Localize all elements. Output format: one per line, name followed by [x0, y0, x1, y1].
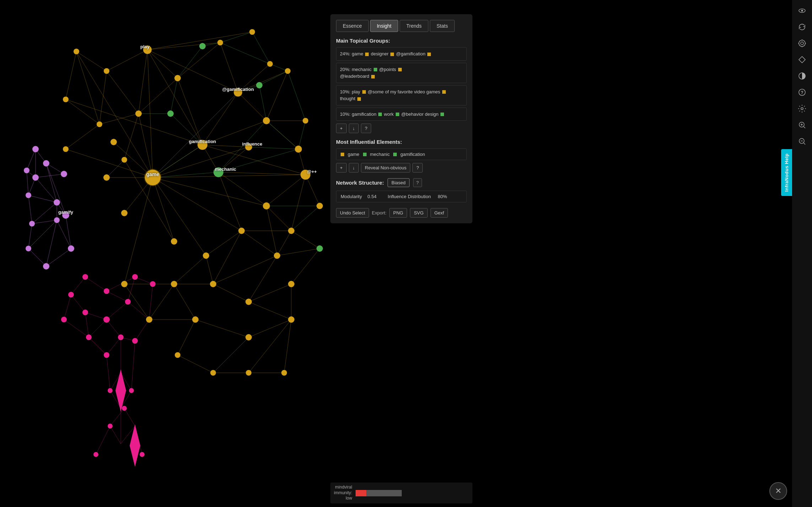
- node-g2[interactable]: [199, 43, 206, 49]
- influential-add-btn[interactable]: +: [336, 163, 347, 173]
- zoom-out-icon-btn[interactable]: [795, 134, 809, 148]
- network-help-btn[interactable]: ?: [413, 178, 422, 187]
- target-icon-btn[interactable]: [795, 36, 809, 50]
- node-p5[interactable]: [24, 168, 29, 173]
- node-y6[interactable]: [121, 210, 128, 216]
- node-p8[interactable]: [29, 221, 35, 227]
- network-graph[interactable]: play @gamification gamification influenc…: [0, 0, 330, 507]
- tab-stats[interactable]: Stats: [430, 20, 455, 32]
- node-p2[interactable]: [43, 160, 49, 167]
- export-png-btn[interactable]: PNG: [389, 208, 407, 218]
- node-p4[interactable]: [32, 174, 39, 181]
- node-p3[interactable]: [61, 171, 67, 177]
- node-y17[interactable]: [217, 40, 223, 45]
- export-gexf-btn[interactable]: Gexf: [431, 208, 448, 218]
- node-y28[interactable]: [288, 316, 294, 323]
- node-pk19[interactable]: [140, 452, 145, 457]
- eye-icon-btn[interactable]: [795, 4, 809, 18]
- node-y39[interactable]: [175, 352, 180, 358]
- node-y16[interactable]: [121, 157, 127, 163]
- node-pk5[interactable]: [132, 274, 138, 280]
- node-y26[interactable]: [274, 252, 280, 259]
- node-pk8[interactable]: [104, 352, 109, 358]
- node-y21[interactable]: [303, 118, 308, 124]
- node-y19[interactable]: [285, 68, 291, 74]
- node-p10[interactable]: [26, 246, 31, 251]
- node-y9[interactable]: [135, 110, 142, 117]
- node-pk14[interactable]: [108, 388, 113, 393]
- node-pk16[interactable]: [122, 406, 127, 411]
- help-icon-btn[interactable]: ?: [795, 85, 809, 99]
- node-y15[interactable]: [63, 146, 69, 152]
- node-p6[interactable]: [26, 192, 31, 198]
- node-y29[interactable]: [245, 299, 252, 305]
- node-p7[interactable]: [54, 199, 60, 206]
- node-y2[interactable]: [263, 202, 270, 209]
- node-y36[interactable]: [246, 370, 251, 376]
- node-g4[interactable]: [316, 245, 323, 252]
- node-g3[interactable]: [167, 110, 174, 117]
- node-y38[interactable]: [281, 370, 287, 376]
- node-pk1[interactable]: [103, 316, 110, 323]
- node-y34[interactable]: [192, 316, 199, 323]
- topic-group-3[interactable]: 10%: play @some of my favorite video gam…: [336, 85, 467, 105]
- node-y13[interactable]: [97, 121, 102, 127]
- influential-download-btn[interactable]: ↓: [349, 163, 359, 173]
- node-y30[interactable]: [210, 281, 216, 287]
- node-pk13[interactable]: [61, 317, 67, 322]
- node-y22[interactable]: [295, 146, 302, 153]
- node-y27[interactable]: [288, 281, 294, 287]
- node-y10[interactable]: [174, 75, 181, 81]
- tab-trends[interactable]: Trends: [400, 20, 428, 32]
- node-y12[interactable]: [74, 49, 79, 54]
- group-help-btn[interactable]: ?: [361, 124, 371, 133]
- diamond-icon-btn[interactable]: [795, 53, 809, 67]
- node-pk18[interactable]: [93, 452, 98, 457]
- node-p1[interactable]: [32, 146, 39, 152]
- node-y1[interactable]: [263, 117, 270, 124]
- tab-essence[interactable]: Essence: [336, 20, 369, 32]
- influential-elements[interactable]: game mechanic gamification: [336, 148, 467, 160]
- node-y35[interactable]: [245, 334, 252, 340]
- node-p9[interactable]: [54, 217, 60, 223]
- node-y8[interactable]: [110, 139, 117, 145]
- infranodus-help-tab[interactable]: InfraNodus Help: [781, 149, 792, 196]
- close-button[interactable]: ✕: [769, 482, 787, 500]
- node-pk10[interactable]: [82, 274, 88, 280]
- refresh-icon-btn[interactable]: [795, 20, 809, 34]
- topic-group-4[interactable]: 10%: gamification work @behavior design: [336, 108, 467, 121]
- node-pk12[interactable]: [68, 292, 74, 298]
- contrast-icon-btn[interactable]: [795, 69, 809, 83]
- node-y37[interactable]: [210, 370, 216, 376]
- node-p11[interactable]: [43, 263, 49, 269]
- node-pk2[interactable]: [125, 299, 131, 305]
- node-pk17[interactable]: [108, 424, 113, 429]
- reveal-nonobvious-btn[interactable]: Reveal Non-obvious: [361, 163, 410, 173]
- node-y7[interactable]: [103, 174, 110, 181]
- node-y32[interactable]: [146, 316, 152, 323]
- node-y20[interactable]: [267, 61, 273, 67]
- export-svg-btn[interactable]: SVG: [410, 208, 427, 218]
- node-pk7[interactable]: [132, 338, 138, 344]
- node-p12[interactable]: [68, 245, 74, 252]
- node-y18[interactable]: [249, 29, 255, 35]
- group-download-btn[interactable]: ↓: [349, 124, 359, 133]
- node-pk9[interactable]: [82, 310, 88, 315]
- node-pk6[interactable]: [150, 281, 156, 287]
- node-g1[interactable]: [256, 82, 262, 88]
- node-pk11[interactable]: [104, 288, 109, 294]
- settings-icon-btn[interactable]: [795, 102, 809, 116]
- node-pk15[interactable]: [129, 388, 134, 393]
- node-y25[interactable]: [288, 228, 294, 234]
- zoom-in-icon-btn[interactable]: [795, 118, 809, 132]
- node-y3[interactable]: [238, 228, 245, 234]
- group-add-btn[interactable]: +: [336, 124, 347, 133]
- node-y11[interactable]: [104, 68, 109, 74]
- node-pk4[interactable]: [86, 334, 92, 340]
- node-y14[interactable]: [63, 97, 69, 102]
- node-y31[interactable]: [171, 281, 177, 287]
- undo-select-btn[interactable]: Undo Select: [336, 208, 369, 218]
- tab-insight[interactable]: Insight: [370, 20, 398, 32]
- node-y24[interactable]: [316, 203, 323, 209]
- node-pk3[interactable]: [118, 334, 124, 340]
